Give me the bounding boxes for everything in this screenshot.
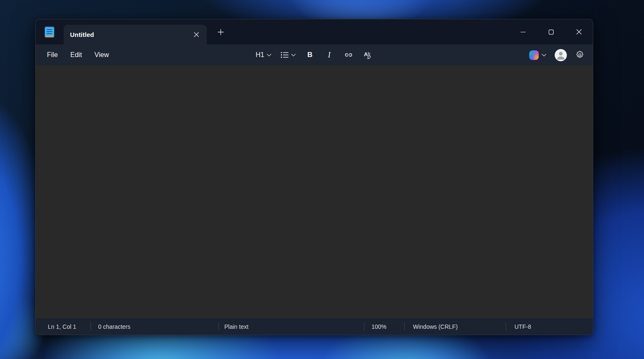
status-character-count: 0 characters [98,323,130,330]
account-button[interactable] [553,48,569,62]
notepad-icon [44,26,55,39]
close-window-button[interactable] [569,24,589,39]
gear-icon [575,50,584,60]
maximize-icon [548,29,554,35]
tab-close-button[interactable] [190,29,203,41]
desktop-wallpaper: Untitled [0,0,644,359]
heading-style-label: H1 [256,51,264,59]
status-document-type: Plain text [224,323,249,330]
settings-button[interactable] [574,48,586,62]
window-controls [513,19,589,44]
heading-style-button[interactable]: H1 [254,48,273,62]
list-style-button[interactable] [278,48,298,62]
status-divider [506,323,506,330]
account-icon [555,49,567,61]
status-divider [91,323,91,330]
status-zoom-level: 100% [371,323,387,330]
menu-edit[interactable]: Edit [64,48,88,62]
maximize-button[interactable] [541,24,561,39]
minimize-button[interactable] [513,24,532,39]
bold-button[interactable]: B [303,48,317,62]
insert-link-button[interactable] [341,48,356,62]
chevron-down-icon [291,54,296,57]
chevron-down-icon [542,54,546,57]
status-bar: Ln 1, Col 1 0 characters Plain text 100%… [36,318,593,335]
status-divider [218,323,219,330]
menu-bar: File Edit View [36,48,115,62]
status-encoding: UTF-8 [514,323,531,330]
status-divider [404,323,405,330]
status-cursor-position: Ln 1, Col 1 [48,323,76,330]
menu-view[interactable]: View [88,48,115,62]
plus-icon [218,29,224,35]
clear-formatting-icon: A b [363,50,372,60]
close-icon [576,29,582,35]
tab-title: Untitled [70,31,94,38]
notepad-window: Untitled [35,19,593,335]
copilot-icon [529,50,539,60]
new-tab-button[interactable] [213,25,228,39]
chevron-down-icon [267,54,271,57]
status-line-ending: Windows (CRLF) [413,323,458,330]
svg-text:b: b [368,52,370,56]
status-divider [364,323,364,330]
bullet-list-icon [280,52,288,58]
formatting-toolbar: H1 B [254,48,375,62]
minimize-icon [520,29,526,35]
italic-icon: I [328,51,330,60]
command-bar: File Edit View H1 [36,44,593,65]
clear-formatting-button[interactable]: A b [361,48,375,62]
menu-file[interactable]: File [41,48,64,62]
link-icon [344,50,353,60]
bold-icon: B [307,51,312,59]
svg-text:A: A [364,51,368,57]
account-toolbar [527,48,586,62]
copilot-button[interactable] [527,48,548,62]
close-icon [194,32,199,37]
tab-untitled[interactable]: Untitled [64,25,207,44]
text-editor-area[interactable] [36,65,593,318]
titlebar[interactable]: Untitled [36,19,593,44]
italic-button[interactable]: I [322,48,336,62]
